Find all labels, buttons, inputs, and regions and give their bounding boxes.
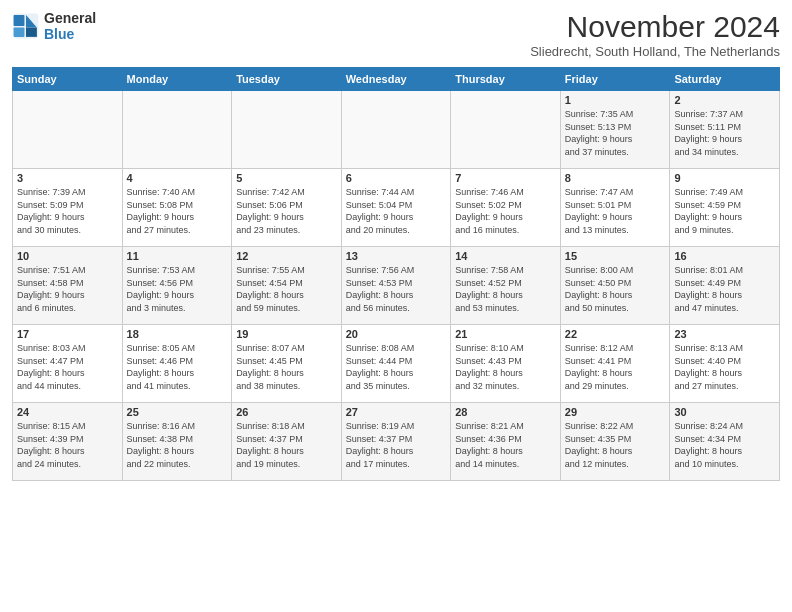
day-info: Sunrise: 7:44 AM Sunset: 5:04 PM Dayligh… [346, 186, 447, 236]
logo: General Blue [12, 10, 96, 42]
calendar-cell: 14Sunrise: 7:58 AM Sunset: 4:52 PM Dayli… [451, 247, 561, 325]
svg-rect-3 [14, 15, 25, 26]
day-number: 7 [455, 172, 556, 184]
day-number: 24 [17, 406, 118, 418]
day-info: Sunrise: 8:24 AM Sunset: 4:34 PM Dayligh… [674, 420, 775, 470]
day-number: 14 [455, 250, 556, 262]
day-number: 4 [127, 172, 228, 184]
calendar-cell: 7Sunrise: 7:46 AM Sunset: 5:02 PM Daylig… [451, 169, 561, 247]
day-info: Sunrise: 7:51 AM Sunset: 4:58 PM Dayligh… [17, 264, 118, 314]
calendar-cell: 2Sunrise: 7:37 AM Sunset: 5:11 PM Daylig… [670, 91, 780, 169]
calendar-cell: 10Sunrise: 7:51 AM Sunset: 4:58 PM Dayli… [13, 247, 123, 325]
weekday-header-row: SundayMondayTuesdayWednesdayThursdayFrid… [13, 68, 780, 91]
logo-general-text: General [44, 10, 96, 26]
calendar-cell: 22Sunrise: 8:12 AM Sunset: 4:41 PM Dayli… [560, 325, 670, 403]
day-info: Sunrise: 8:19 AM Sunset: 4:37 PM Dayligh… [346, 420, 447, 470]
day-info: Sunrise: 8:07 AM Sunset: 4:45 PM Dayligh… [236, 342, 337, 392]
weekday-header-friday: Friday [560, 68, 670, 91]
week-row-5: 24Sunrise: 8:15 AM Sunset: 4:39 PM Dayli… [13, 403, 780, 481]
svg-marker-2 [26, 28, 37, 37]
weekday-header-saturday: Saturday [670, 68, 780, 91]
day-info: Sunrise: 8:08 AM Sunset: 4:44 PM Dayligh… [346, 342, 447, 392]
calendar-cell: 26Sunrise: 8:18 AM Sunset: 4:37 PM Dayli… [232, 403, 342, 481]
day-info: Sunrise: 7:37 AM Sunset: 5:11 PM Dayligh… [674, 108, 775, 158]
calendar-cell: 17Sunrise: 8:03 AM Sunset: 4:47 PM Dayli… [13, 325, 123, 403]
calendar-cell: 23Sunrise: 8:13 AM Sunset: 4:40 PM Dayli… [670, 325, 780, 403]
day-number: 1 [565, 94, 666, 106]
calendar-cell: 19Sunrise: 8:07 AM Sunset: 4:45 PM Dayli… [232, 325, 342, 403]
subtitle: Sliedrecht, South Holland, The Netherlan… [530, 44, 780, 59]
calendar-cell: 18Sunrise: 8:05 AM Sunset: 4:46 PM Dayli… [122, 325, 232, 403]
calendar-cell: 12Sunrise: 7:55 AM Sunset: 4:54 PM Dayli… [232, 247, 342, 325]
day-number: 21 [455, 328, 556, 340]
calendar-table: SundayMondayTuesdayWednesdayThursdayFrid… [12, 67, 780, 481]
calendar-cell: 20Sunrise: 8:08 AM Sunset: 4:44 PM Dayli… [341, 325, 451, 403]
calendar-cell: 29Sunrise: 8:22 AM Sunset: 4:35 PM Dayli… [560, 403, 670, 481]
day-number: 8 [565, 172, 666, 184]
day-number: 22 [565, 328, 666, 340]
day-info: Sunrise: 7:47 AM Sunset: 5:01 PM Dayligh… [565, 186, 666, 236]
calendar-cell: 30Sunrise: 8:24 AM Sunset: 4:34 PM Dayli… [670, 403, 780, 481]
day-info: Sunrise: 8:10 AM Sunset: 4:43 PM Dayligh… [455, 342, 556, 392]
calendar-cell: 27Sunrise: 8:19 AM Sunset: 4:37 PM Dayli… [341, 403, 451, 481]
day-info: Sunrise: 8:22 AM Sunset: 4:35 PM Dayligh… [565, 420, 666, 470]
calendar-cell: 28Sunrise: 8:21 AM Sunset: 4:36 PM Dayli… [451, 403, 561, 481]
day-number: 2 [674, 94, 775, 106]
calendar-cell: 6Sunrise: 7:44 AM Sunset: 5:04 PM Daylig… [341, 169, 451, 247]
calendar-cell: 21Sunrise: 8:10 AM Sunset: 4:43 PM Dayli… [451, 325, 561, 403]
day-number: 6 [346, 172, 447, 184]
weekday-header-wednesday: Wednesday [341, 68, 451, 91]
day-number: 16 [674, 250, 775, 262]
day-info: Sunrise: 8:00 AM Sunset: 4:50 PM Dayligh… [565, 264, 666, 314]
weekday-header-monday: Monday [122, 68, 232, 91]
day-number: 19 [236, 328, 337, 340]
logo-text: General Blue [44, 10, 96, 42]
calendar-cell: 4Sunrise: 7:40 AM Sunset: 5:08 PM Daylig… [122, 169, 232, 247]
calendar-cell: 11Sunrise: 7:53 AM Sunset: 4:56 PM Dayli… [122, 247, 232, 325]
day-info: Sunrise: 7:42 AM Sunset: 5:06 PM Dayligh… [236, 186, 337, 236]
week-row-4: 17Sunrise: 8:03 AM Sunset: 4:47 PM Dayli… [13, 325, 780, 403]
day-number: 28 [455, 406, 556, 418]
calendar-cell: 16Sunrise: 8:01 AM Sunset: 4:49 PM Dayli… [670, 247, 780, 325]
day-number: 13 [346, 250, 447, 262]
day-number: 18 [127, 328, 228, 340]
day-number: 29 [565, 406, 666, 418]
calendar-cell: 1Sunrise: 7:35 AM Sunset: 5:13 PM Daylig… [560, 91, 670, 169]
day-number: 26 [236, 406, 337, 418]
calendar-cell: 3Sunrise: 7:39 AM Sunset: 5:09 PM Daylig… [13, 169, 123, 247]
calendar-cell [122, 91, 232, 169]
weekday-header-tuesday: Tuesday [232, 68, 342, 91]
calendar-cell [232, 91, 342, 169]
day-info: Sunrise: 8:03 AM Sunset: 4:47 PM Dayligh… [17, 342, 118, 392]
calendar-page: General Blue November 2024 Sliedrecht, S… [0, 0, 792, 612]
weekday-header-sunday: Sunday [13, 68, 123, 91]
day-info: Sunrise: 7:56 AM Sunset: 4:53 PM Dayligh… [346, 264, 447, 314]
day-number: 27 [346, 406, 447, 418]
calendar-cell: 8Sunrise: 7:47 AM Sunset: 5:01 PM Daylig… [560, 169, 670, 247]
week-row-2: 3Sunrise: 7:39 AM Sunset: 5:09 PM Daylig… [13, 169, 780, 247]
day-number: 23 [674, 328, 775, 340]
logo-blue-text: Blue [44, 26, 96, 42]
week-row-3: 10Sunrise: 7:51 AM Sunset: 4:58 PM Dayli… [13, 247, 780, 325]
day-info: Sunrise: 7:39 AM Sunset: 5:09 PM Dayligh… [17, 186, 118, 236]
calendar-cell: 5Sunrise: 7:42 AM Sunset: 5:06 PM Daylig… [232, 169, 342, 247]
day-number: 10 [17, 250, 118, 262]
title-block: November 2024 Sliedrecht, South Holland,… [530, 10, 780, 59]
day-number: 15 [565, 250, 666, 262]
day-number: 9 [674, 172, 775, 184]
week-row-1: 1Sunrise: 7:35 AM Sunset: 5:13 PM Daylig… [13, 91, 780, 169]
day-info: Sunrise: 7:46 AM Sunset: 5:02 PM Dayligh… [455, 186, 556, 236]
month-title: November 2024 [530, 10, 780, 44]
calendar-cell [451, 91, 561, 169]
day-info: Sunrise: 8:16 AM Sunset: 4:38 PM Dayligh… [127, 420, 228, 470]
day-info: Sunrise: 8:15 AM Sunset: 4:39 PM Dayligh… [17, 420, 118, 470]
day-info: Sunrise: 7:58 AM Sunset: 4:52 PM Dayligh… [455, 264, 556, 314]
calendar-cell [13, 91, 123, 169]
day-info: Sunrise: 8:12 AM Sunset: 4:41 PM Dayligh… [565, 342, 666, 392]
svg-rect-4 [14, 28, 25, 37]
day-number: 5 [236, 172, 337, 184]
day-info: Sunrise: 8:13 AM Sunset: 4:40 PM Dayligh… [674, 342, 775, 392]
day-info: Sunrise: 7:40 AM Sunset: 5:08 PM Dayligh… [127, 186, 228, 236]
day-number: 11 [127, 250, 228, 262]
day-number: 17 [17, 328, 118, 340]
